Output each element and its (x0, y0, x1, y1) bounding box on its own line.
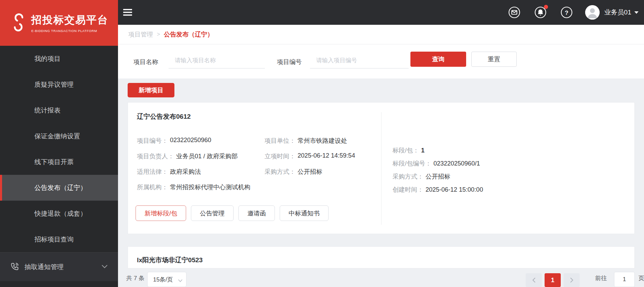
search-button[interactable]: 查询 (410, 52, 466, 67)
field-row: 所属机构： 常州招投标代理中心测试机构 (137, 179, 355, 195)
sidebar-item-announcement-liaoning[interactable]: 公告发布（辽宁） (0, 175, 118, 201)
field-value: 政府采购法 (170, 168, 201, 176)
card-divider (381, 112, 382, 225)
phone-icon (10, 262, 19, 272)
sidebar-item-dispute-management[interactable]: 质疑异议管理 (0, 72, 118, 97)
field-value: 公开招标 (298, 168, 322, 176)
project-name-input[interactable] (169, 53, 265, 68)
project-title: 辽宁公告发布0612 (137, 112, 191, 121)
page-size-value: 15条/页 (153, 276, 173, 284)
next-page-button[interactable] (564, 273, 580, 287)
goto-unit: 页 (638, 274, 644, 282)
field-value: 公开招标 (426, 172, 450, 181)
field-value: 2025-06-12 15:00:00 (426, 186, 483, 193)
field-row: 标段/包： 1 (393, 144, 483, 157)
add-section-package-button[interactable]: 新增标段/包 (136, 205, 186, 221)
field-value: 常州市铁路建设处 (298, 137, 347, 145)
breadcrumb-current: 公告发布（辽宁） (164, 30, 213, 39)
field-label: 适用法律： (137, 168, 168, 176)
project-card: 辽宁公告发布0612 项目编号： 023220250960 项目单位： 常州市铁… (128, 102, 635, 234)
notification-bell-icon[interactable] (534, 6, 547, 19)
award-notice-button[interactable]: 中标通知书 (280, 205, 329, 221)
field-row: 创建时间： 2025-06-12 15:00:00 (393, 183, 483, 196)
help-icon[interactable]: ? (560, 6, 573, 19)
field-value: 1 (421, 147, 425, 154)
svg-text:?: ? (565, 10, 568, 16)
add-project-button[interactable]: 新增项目 (128, 83, 174, 97)
topbar: ? 业务员01 (118, 0, 644, 25)
field-label: 标段/包编号： (393, 159, 431, 168)
brand-logo-icon (10, 12, 27, 34)
page-1-button[interactable]: 1 (545, 273, 561, 287)
field-label: 创建时间： (393, 185, 423, 194)
hamburger-menu-button[interactable] (123, 8, 133, 17)
reset-button[interactable]: 重置 (471, 52, 517, 67)
goto-label: 前往 (595, 274, 607, 282)
notification-badge (544, 5, 548, 9)
sidebar-item-offline-invoicing[interactable]: 线下项目开票 (0, 149, 118, 175)
field-value: 2025-06-12 14:59:54 (298, 152, 355, 160)
field-value: 业务员01 / 政府采购部 (176, 152, 238, 160)
invitation-letter-button[interactable]: 邀请函 (238, 205, 275, 221)
field-row: 项目编号： 023220250960 项目单位： 常州市铁路建设处 (137, 133, 355, 148)
chevron-down-icon (101, 264, 108, 270)
field-label: 所属机构： (137, 183, 168, 191)
field-label: 采购方式： (265, 168, 296, 176)
section-package-fields: 标段/包： 1 标段/包编号： 023220250960/1 采购方式： 公开招… (393, 144, 483, 196)
field-row: 采购方式： 公开招标 (393, 170, 483, 183)
brand-subtitle: E-BIDDING TRANSACTION PLATFORM (31, 29, 108, 33)
field-label: 项目编号： (137, 137, 168, 145)
username[interactable]: 业务员01 (604, 8, 631, 17)
sidebar-item-statistics-report[interactable]: 统计报表 (0, 97, 118, 123)
pagination-bar: 共 7 条 15条/页 1 前往 页 (118, 268, 644, 287)
field-row: 标段/包编号： 023220250960/1 (393, 157, 483, 170)
brand-logo[interactable]: 招投标交易平台 E-BIDDING TRANSACTION PLATFORM (0, 0, 118, 46)
project-name-label: 项目名称 (133, 58, 158, 66)
avatar[interactable] (585, 5, 600, 20)
project-fields: 项目编号： 023220250960 项目单位： 常州市铁路建设处 项目负责人：… (137, 133, 355, 195)
sidebar: 招投标交易平台 E-BIDDING TRANSACTION PLATFORM 我… (0, 0, 118, 287)
breadcrumb: 项目管理 > 公告发布（辽宁） (118, 25, 644, 44)
sidebar-item-quick-refund[interactable]: 快捷退款（成套） (0, 201, 118, 226)
field-value: 023220250960 (170, 137, 211, 145)
project-code-label: 项目编号 (277, 58, 302, 66)
field-row: 项目负责人： 业务员01 / 政府采购部 立项时间： 2025-06-12 14… (137, 148, 355, 164)
filter-bar: 项目名称 项目编号 查询 重置 (118, 44, 644, 78)
sidebar-item-tender-project-query[interactable]: 招标项目查询 (0, 226, 118, 252)
sidebar-menu: 我的项目 质疑异议管理 统计报表 保证金缴纳设置 线下项目开票 公告发布（辽宁）… (0, 46, 118, 252)
goto-page-input[interactable] (614, 272, 635, 287)
field-label: 标段/包： (393, 146, 419, 155)
field-row: 适用法律： 政府采购法 采购方式： 公开招标 (137, 164, 355, 179)
project-code-input[interactable] (310, 53, 409, 68)
sidebar-submenu-extraction-notice[interactable]: 抽取通知管理 (0, 252, 118, 281)
card-actions: 新增标段/包 公告管理 邀请函 中标通知书 (136, 205, 329, 221)
announcement-management-button[interactable]: 公告管理 (191, 205, 234, 221)
field-label: 项目单位： (265, 137, 296, 145)
project-card: lx阳光市场非辽宁0523 (128, 246, 635, 268)
field-label: 采购方式： (393, 172, 423, 181)
breadcrumb-parent[interactable]: 项目管理 (128, 30, 153, 39)
prev-page-button[interactable] (526, 273, 542, 287)
sidebar-item-my-projects[interactable]: 我的项目 (0, 46, 118, 72)
brand-title: 招投标交易平台 (31, 13, 108, 27)
field-label: 项目负责人： (137, 152, 174, 160)
message-icon[interactable] (508, 6, 520, 19)
field-value: 常州招投标代理中心测试机构 (170, 183, 250, 191)
sidebar-submenu-label: 抽取通知管理 (24, 263, 64, 272)
sidebar-item-deposit-settings[interactable]: 保证金缴纳设置 (0, 123, 118, 149)
project-title: lx阳光市场非辽宁0523 (137, 256, 203, 265)
total-count: 共 7 条 (126, 274, 144, 282)
field-label: 立项时间： (265, 152, 296, 160)
page-size-select[interactable]: 15条/页 (147, 272, 186, 287)
user-caret-icon[interactable] (634, 11, 638, 14)
field-value: 023220250960/1 (433, 160, 480, 167)
breadcrumb-separator-icon: > (157, 31, 160, 38)
chevron-down-icon (178, 277, 183, 284)
